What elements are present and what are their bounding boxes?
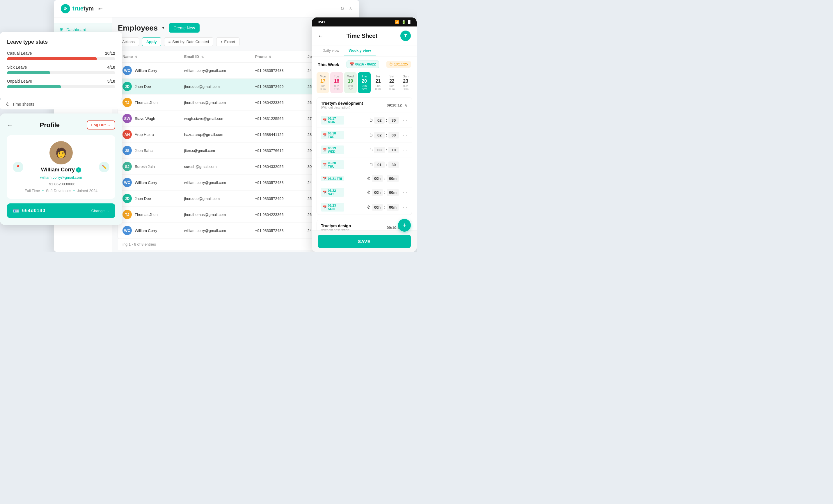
ts-mins-val[interactable]: 00m (387, 175, 399, 182)
cell-email: william.corry@gmail.com (180, 63, 251, 78)
ts-more-options-button[interactable]: ⋯ (402, 117, 408, 123)
leave-count: 5/10 (108, 79, 115, 83)
ts-date-badge: 📅 06/17 MON (321, 116, 344, 124)
leave-stats-card: Leave type stats Casual Leave 10/12 Sick… (0, 32, 122, 100)
ts-hours-val[interactable]: 00h (372, 175, 383, 182)
ts-time: 9:41 (318, 20, 325, 24)
clock-icon-small: ⏱ (369, 133, 373, 137)
ts-back-button[interactable]: ← (318, 32, 324, 39)
cell-phone: +91 6588441122 (251, 126, 303, 143)
ts-date-text: 06/18 TUE (328, 131, 342, 139)
day-hours: 10h 30m (318, 85, 328, 91)
ts-date-text: 06/23 SUN (328, 204, 342, 211)
cell-email: wagh.stave@gmail.com (180, 111, 251, 126)
time-sheets-row[interactable]: ⏱ Time sheets (0, 99, 122, 110)
ts-hours-val[interactable]: 02 (374, 132, 385, 139)
profile-card: ← Profile Log Out → 📍 🧑 ✏️ William Corry… (0, 114, 122, 225)
ts-more-options-button[interactable]: ⋯ (402, 147, 408, 153)
ts-hours-val[interactable]: 00h (372, 189, 383, 196)
sidebar-collapse-button[interactable]: ⇤ (98, 5, 103, 12)
tab-daily-view[interactable]: Daily view (318, 45, 344, 56)
ts-project-desc: (Without description) (321, 105, 363, 109)
time-sheets-icon: ⏱ (6, 102, 10, 106)
day-hours: 09h 12m (331, 85, 341, 91)
leave-label: Sick Leave (7, 65, 27, 70)
ts-user-avatar: T (400, 30, 411, 41)
export-button[interactable]: ↑ Export (216, 37, 239, 46)
ts-day-cell[interactable]: Wed 19 08h 05m (344, 72, 357, 93)
collapse-icon[interactable]: ∧ (349, 6, 352, 11)
cell-phone: +91 9804332055 (251, 159, 303, 175)
leave-count: 10/12 (105, 51, 115, 55)
ts-day-cell[interactable]: Fri 21 00h 00m (372, 72, 384, 93)
ts-time-display: ⏱ 00h : 00m ⋯ (367, 189, 408, 196)
ts-days-row: Mon 17 10h 30m Tue 18 09h 12m Wed 19 08h… (312, 72, 416, 97)
edit-icon[interactable]: ✏️ (99, 162, 110, 172)
ts-hours-val[interactable]: 00h (372, 204, 383, 211)
apply-button[interactable]: Apply (142, 37, 161, 46)
cell-email: hazra.arup@gmail.com (180, 126, 251, 143)
ts-hours-val[interactable]: 03 (374, 147, 385, 153)
ts-mins-val[interactable]: 30 (388, 162, 399, 168)
cell-name: SW Stave Wagh (118, 111, 180, 126)
page-title-dropdown[interactable]: ▾ (162, 26, 164, 30)
ts-hours-val[interactable]: 02 (374, 117, 385, 124)
leave-item: Casual Leave 10/12 (7, 51, 115, 60)
ts-day-cell[interactable]: Thu 20 06h 22m (358, 72, 371, 93)
cell-name: JD Jhon Doe (118, 191, 180, 207)
ts-save-bar: SAVE (312, 231, 416, 252)
day-name: Wed (346, 74, 356, 78)
ts-day-cell[interactable]: Mon 17 10h 30m (316, 72, 329, 93)
leave-bar-track (7, 85, 115, 88)
ts-mins-val[interactable]: 00m (387, 189, 399, 196)
cell-name: WC William Corry (118, 223, 180, 239)
ts-day-cell[interactable]: Sat 22 00h 00m (385, 72, 398, 93)
location-icon: 📍 (13, 162, 23, 172)
ts-view-tabs: Daily view Weekly view (312, 45, 416, 56)
cell-email: jhon.doe@gmail.com (180, 191, 251, 207)
sort-button[interactable]: ≡ Sort by: Date Created (164, 37, 213, 46)
day-hours: 00h 00m (387, 85, 397, 91)
ts-hours-val[interactable]: 01 (374, 162, 385, 168)
ts-time-row: 📅 06/20 THU ⏱ 01 : 30 ⋯ (317, 158, 412, 172)
ts-more-options-button[interactable]: ⋯ (402, 175, 408, 182)
logo-icon: ⟳ (61, 4, 70, 14)
cal-icon-small: 📅 (323, 148, 327, 152)
ts-more-options-button[interactable]: ⋯ (402, 189, 408, 195)
tab-weekly-view[interactable]: Weekly view (344, 45, 376, 56)
ts-mins-val[interactable]: 10 (388, 147, 399, 153)
ts-day-cell[interactable]: Sun 23 00h 00m (400, 72, 412, 93)
clock-icon-small: ⏱ (369, 163, 373, 167)
ts-mins-val[interactable]: 00 (388, 132, 399, 139)
ts-more-options-button[interactable]: ⋯ (402, 162, 408, 168)
leave-stats-title: Leave type stats (7, 39, 115, 45)
top-bar-right: ↻ ∧ (340, 6, 352, 11)
sort-label: Sort by: Date Created (172, 40, 209, 44)
ts-time-row: 📅 06/22 SAT ⏱ 00h : 00m ⋯ (317, 185, 412, 200)
ts-more-options-button[interactable]: ⋯ (402, 132, 408, 138)
cell-email: william.corry@gmail.com (180, 223, 251, 239)
ts-more-options-button[interactable]: ⋯ (402, 204, 408, 210)
ts-time-row: 📅 06/19 WED ⏱ 03 : 10 ⋯ (317, 143, 412, 158)
cell-phone: +91 9831225566 (251, 111, 303, 126)
calendar-icon: 📅 (350, 62, 354, 66)
profile-back-button[interactable]: ← (7, 122, 13, 128)
ts-day-cell[interactable]: Tue 18 09h 12m (330, 72, 343, 93)
col-name: Name ⇅ (118, 51, 180, 63)
refresh-icon[interactable]: ↻ (340, 6, 344, 11)
ts-save-button[interactable]: SAVE (318, 235, 411, 248)
cell-phone: +91 9830572499 (251, 78, 303, 95)
logout-button[interactable]: Log Out → (87, 120, 115, 129)
change-id-button[interactable]: Change → (91, 209, 110, 213)
create-new-button[interactable]: Create New (169, 23, 199, 32)
ts-mins-val[interactable]: 00m (387, 204, 399, 211)
ts-project-toggle-button[interactable]: ∧ (404, 102, 408, 108)
cell-email: jhon.doe@gmail.com (180, 78, 251, 95)
leave-item: Sick Leave 4/10 (7, 65, 115, 74)
clock-icon-small: ⏱ (367, 190, 371, 195)
cell-name: JD Jhon Doe (118, 78, 180, 95)
ts-mins-val[interactable]: 30 (388, 117, 399, 124)
ts-add-fab-button[interactable]: + (398, 219, 411, 232)
profile-joined: Joined 2024 (77, 189, 98, 193)
ts-time-row: 📅 06/18 TUE ⏱ 02 : 00 ⋯ (317, 128, 412, 143)
